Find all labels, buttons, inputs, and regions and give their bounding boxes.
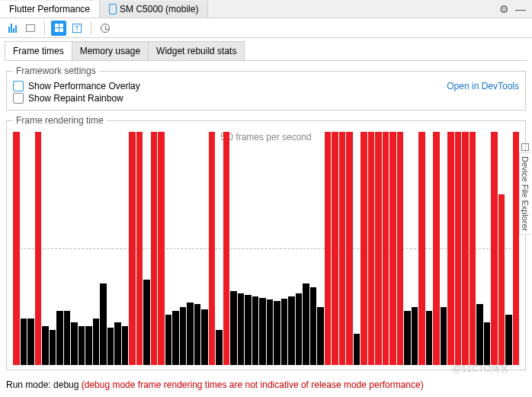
- chart-bar: [368, 132, 375, 365]
- framework-settings-legend: Framework settings: [13, 66, 99, 76]
- frame-rendering-fieldset: Frame rendering time 5.0 frames per seco…: [6, 115, 526, 370]
- chart-bar: [317, 307, 324, 366]
- chart-bar: [172, 311, 179, 365]
- chart-bar: [303, 283, 309, 365]
- chart-bar: [455, 132, 462, 365]
- chart-bar: [13, 132, 20, 365]
- chart-bar: [136, 132, 143, 365]
- chart-bar: [27, 319, 34, 365]
- chart-bar: [462, 132, 469, 365]
- chart-bar: [42, 326, 49, 365]
- minimize-icon[interactable]: —: [515, 3, 526, 15]
- chart-bar: [64, 311, 71, 365]
- device-icon: [109, 4, 117, 14]
- label-repaint-rainbow: Show Repaint Rainbow: [28, 93, 123, 104]
- chart-bar: [158, 132, 165, 365]
- chart-bar: [433, 132, 440, 365]
- device-label: SM C5000 (mobile): [120, 4, 198, 14]
- chart-bar: [484, 322, 491, 365]
- chart-bar: [114, 322, 121, 365]
- chart-bar: [50, 330, 56, 365]
- chart-bar: [505, 315, 512, 365]
- tab-memory-usage[interactable]: Memory usage: [72, 41, 149, 60]
- device-tab[interactable]: SM C5000 (mobile): [100, 1, 208, 18]
- content-area: Framework settings Show Performance Over…: [0, 61, 532, 370]
- text-icon[interactable]: T: [69, 21, 85, 36]
- chart-bar: [441, 307, 447, 366]
- chart-bar: [354, 334, 361, 365]
- run-mode-warning: (debug mode frame rendering times are no…: [82, 379, 424, 390]
- chart-bar: [238, 293, 245, 365]
- chart-bar: [447, 132, 454, 365]
- chart-bar: [267, 299, 274, 365]
- checkbox-performance-overlay[interactable]: [13, 81, 24, 91]
- chart-bar: [310, 287, 317, 365]
- chart-bar: [194, 304, 201, 365]
- chart-bar: [107, 328, 114, 365]
- footer: Run mode: debug (debug mode frame render…: [0, 375, 532, 395]
- chart-bar: [223, 132, 230, 365]
- chart-bar: [404, 311, 411, 365]
- framework-settings-fieldset: Framework settings Show Performance Over…: [6, 66, 526, 110]
- tab-bar: Frame times Memory usage Widget rebuild …: [5, 41, 527, 61]
- chart-bar: [71, 322, 78, 365]
- chart-bar: [93, 319, 100, 365]
- run-mode-label: Run mode: debug: [6, 379, 79, 390]
- chart-bar: [209, 132, 216, 365]
- chart-bar: [151, 132, 158, 365]
- chart-bar: [513, 132, 520, 365]
- chart-bar: [187, 303, 194, 365]
- chart-bar: [129, 132, 136, 365]
- chart-bars: [13, 132, 519, 365]
- chart-bar: [143, 280, 150, 365]
- chart-bar: [201, 309, 208, 365]
- checkbox-repaint-rainbow[interactable]: [13, 93, 24, 104]
- clock-icon[interactable]: [98, 21, 113, 36]
- chart-bar: [281, 299, 288, 365]
- performance-bars-icon[interactable]: [5, 21, 20, 36]
- chart-bar: [100, 283, 107, 365]
- chart-bar: [498, 194, 505, 365]
- chart-bar: [325, 132, 332, 365]
- chart-bar: [389, 132, 396, 365]
- chart-bar: [122, 326, 129, 365]
- chart-bar: [274, 301, 280, 365]
- chart-bar: [346, 132, 353, 365]
- chart-bar: [332, 132, 338, 365]
- title-bar: Flutter Performance SM C5000 (mobile) ⚙ …: [0, 0, 532, 18]
- chart-bar: [85, 326, 92, 365]
- gear-icon[interactable]: ⚙: [499, 3, 509, 15]
- chart-bar: [252, 296, 259, 365]
- device-file-explorer-tab[interactable]: Device File Explorer: [519, 152, 530, 235]
- chart-bar: [470, 132, 476, 365]
- chart-bar: [180, 307, 187, 366]
- toolbar: T: [0, 18, 532, 38]
- chart-bar: [79, 326, 85, 365]
- chart-bar: [418, 132, 425, 365]
- tab-widget-rebuild[interactable]: Widget rebuild stats: [148, 41, 245, 60]
- chart-bar: [230, 291, 237, 365]
- chart-bar: [426, 311, 433, 365]
- chart-bar: [476, 304, 483, 365]
- chart-bar: [259, 298, 266, 365]
- toolbar-separator: [91, 21, 91, 35]
- tab-frame-times[interactable]: Frame times: [5, 41, 72, 60]
- chart-bar: [375, 132, 382, 365]
- chart-bar: [288, 296, 295, 365]
- chart-bar: [216, 330, 223, 365]
- device-file-explorer-icon: [521, 143, 529, 151]
- chart-bar: [56, 311, 63, 365]
- layout-icon[interactable]: [23, 21, 38, 36]
- grid-icon[interactable]: [51, 21, 66, 36]
- chart-bar: [165, 315, 172, 365]
- panel-title-flutter-performance[interactable]: Flutter Performance: [0, 1, 100, 18]
- chart-bar: [383, 132, 389, 365]
- chart-bar: [35, 132, 42, 365]
- chart-bar: [296, 293, 303, 365]
- label-performance-overlay: Show Performance Overlay: [28, 81, 140, 91]
- toolbar-separator: [44, 21, 45, 35]
- chart-bar: [339, 132, 346, 365]
- open-in-devtools-link[interactable]: Open in DevTools: [447, 81, 519, 91]
- chart-bar: [397, 132, 404, 365]
- chart-bar: [245, 295, 252, 365]
